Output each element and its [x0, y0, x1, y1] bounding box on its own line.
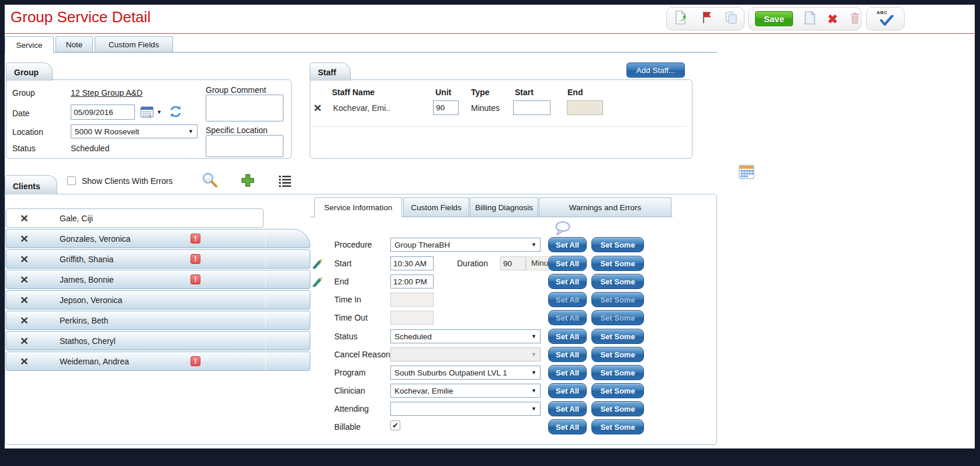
export-document-icon[interactable]: [673, 10, 688, 27]
set-some-cancel-reason-button[interactable]: Set Some: [591, 347, 644, 362]
set-all-clinician-button[interactable]: Set All: [548, 383, 587, 398]
client-row[interactable]: ✕ Gale, Ciji !: [6, 208, 264, 228]
set-some-end-button[interactable]: Set Some: [591, 274, 644, 289]
window-frame-right: [975, 0, 980, 466]
list-icon[interactable]: [278, 174, 293, 190]
remove-client-icon[interactable]: ✕: [20, 315, 29, 325]
set-some-attending-button[interactable]: Set Some: [591, 401, 644, 416]
procedure-label: Procedure: [334, 240, 372, 249]
staff-row-divider: [313, 126, 687, 127]
refresh-icon[interactable]: [168, 105, 183, 121]
tab-billing-diagnosis[interactable]: Billing Diagnosis: [470, 197, 538, 217]
set-some-billable-button[interactable]: Set Some: [591, 419, 644, 434]
client-row[interactable]: ✕ Jepson, Veronica !: [6, 290, 310, 309]
procedure-select[interactable]: Group TheraBH ▼: [390, 238, 541, 252]
red-flag-icon[interactable]: [699, 10, 713, 27]
attending-select[interactable]: ▼: [390, 402, 541, 416]
staff-col-type: Type: [471, 88, 490, 97]
set-all-status-button[interactable]: Set All: [548, 329, 587, 344]
client-row[interactable]: ✕ James, Bonnie !: [6, 270, 310, 289]
set-all-attending-button[interactable]: Set All: [548, 401, 587, 416]
duration-label: Duration: [457, 259, 488, 268]
staff-col-unit: Unit: [435, 88, 451, 97]
grid-calendar-icon[interactable]: [739, 165, 754, 182]
tab-service-information[interactable]: Service Information: [314, 197, 402, 217]
add-client-icon[interactable]: [240, 173, 255, 190]
trash-icon: [849, 11, 861, 27]
staff-col-end: End: [567, 88, 583, 97]
program-select[interactable]: South Suburbs Outpatient LVL 1 ▼: [390, 366, 541, 380]
chevron-down-icon[interactable]: ▼: [157, 109, 162, 115]
remove-client-icon[interactable]: ✕: [20, 234, 29, 244]
spell-check-icon[interactable]: ABC: [875, 10, 895, 27]
status-field-label: Status: [334, 332, 358, 341]
clinician-select[interactable]: Kochevar, Emilie ▼: [390, 384, 541, 398]
location-label: Location: [12, 127, 43, 137]
start-time-input[interactable]: [390, 256, 434, 270]
chevron-down-icon: ▼: [531, 406, 536, 412]
remove-client-icon[interactable]: ✕: [20, 295, 29, 305]
staff-start-input[interactable]: [513, 100, 550, 115]
set-all-cancel-reason-button[interactable]: Set All: [548, 347, 587, 362]
time-in-label: Time In: [334, 295, 361, 304]
save-button[interactable]: Save: [755, 11, 793, 26]
set-some-status-button[interactable]: Set Some: [591, 329, 644, 344]
copy-icon[interactable]: [723, 10, 739, 27]
set-some-procedure-button[interactable]: Set Some: [591, 237, 644, 252]
set-some-program-button[interactable]: Set Some: [591, 365, 644, 380]
remove-client-icon[interactable]: ✕: [20, 254, 29, 264]
client-row[interactable]: ✕ Stathos, Cheryl !: [6, 331, 310, 350]
calendar-icon[interactable]: [140, 106, 154, 120]
check-icon: ✔: [392, 421, 399, 430]
set-all-procedure-button[interactable]: Set All: [548, 237, 587, 252]
specific-location-label: Specific Location: [206, 126, 268, 135]
set-all-program-button[interactable]: Set All: [548, 365, 587, 380]
add-staff-button[interactable]: Add Staff...: [626, 62, 685, 78]
client-row[interactable]: ✕ Gonzales, Veronica !: [6, 229, 310, 248]
error-icon: !: [191, 234, 200, 244]
client-name: Griffith, Shania: [60, 255, 113, 264]
page-title: Group Service Detail: [11, 8, 151, 26]
search-icon[interactable]: [201, 171, 219, 191]
set-all-start-button[interactable]: Set All: [548, 256, 587, 271]
tab-custom-fields[interactable]: Custom Fields: [95, 36, 173, 53]
staff-panel-tab: Staff: [310, 62, 351, 81]
group-comment-textarea[interactable]: [206, 95, 283, 121]
client-name: Jepson, Veronica: [60, 295, 122, 305]
chevron-down-icon: ▼: [531, 352, 536, 357]
tab-note[interactable]: Note: [56, 36, 93, 53]
comment-bubble-icon[interactable]: [554, 221, 572, 239]
client-row[interactable]: ✕ Griffith, Shania !: [6, 249, 310, 269]
remove-client-icon[interactable]: ✕: [20, 356, 29, 366]
billable-checkbox[interactable]: ✔: [390, 420, 400, 430]
group-comment-label: Group Comment: [206, 85, 266, 95]
set-some-clinician-button[interactable]: Set Some: [591, 383, 644, 398]
set-all-end-button[interactable]: Set All: [548, 274, 587, 289]
client-row[interactable]: ✕ Weideman, Andrea !: [6, 352, 310, 371]
new-document-icon[interactable]: [804, 11, 817, 27]
billable-label: Billable: [334, 422, 361, 432]
remove-staff-icon[interactable]: ✕: [313, 103, 322, 113]
remove-client-icon[interactable]: ✕: [20, 336, 29, 346]
end-time-input[interactable]: [390, 274, 434, 288]
tab-detail-custom-fields[interactable]: Custom Fields: [403, 197, 469, 217]
staff-unit-input[interactable]: [433, 100, 459, 115]
set-all-billable-button[interactable]: Set All: [548, 419, 587, 434]
error-icon: !: [191, 274, 200, 284]
location-select[interactable]: 5000 W Roosevelt ▼: [71, 124, 198, 138]
remove-client-icon[interactable]: ✕: [20, 274, 29, 284]
time-out-input: [390, 311, 434, 325]
tab-service[interactable]: Service: [5, 36, 54, 53]
show-errors-checkbox[interactable]: ✔: [67, 176, 76, 185]
client-row[interactable]: ✕ Perkins, Beth !: [6, 311, 310, 330]
status-value: Scheduled: [71, 144, 109, 153]
set-some-start-button[interactable]: Set Some: [591, 256, 644, 271]
date-input[interactable]: [71, 105, 135, 120]
specific-location-textarea[interactable]: [206, 135, 283, 157]
remove-client-icon[interactable]: ✕: [20, 213, 29, 223]
status-select[interactable]: Scheduled ▼: [390, 329, 541, 343]
group-name-link[interactable]: 12 Step Group A&D: [71, 88, 143, 98]
tab-warnings-and-errors[interactable]: Warnings and Errors: [539, 197, 671, 217]
window-frame-bottom: [0, 448, 980, 466]
close-icon[interactable]: ✖: [827, 13, 838, 25]
